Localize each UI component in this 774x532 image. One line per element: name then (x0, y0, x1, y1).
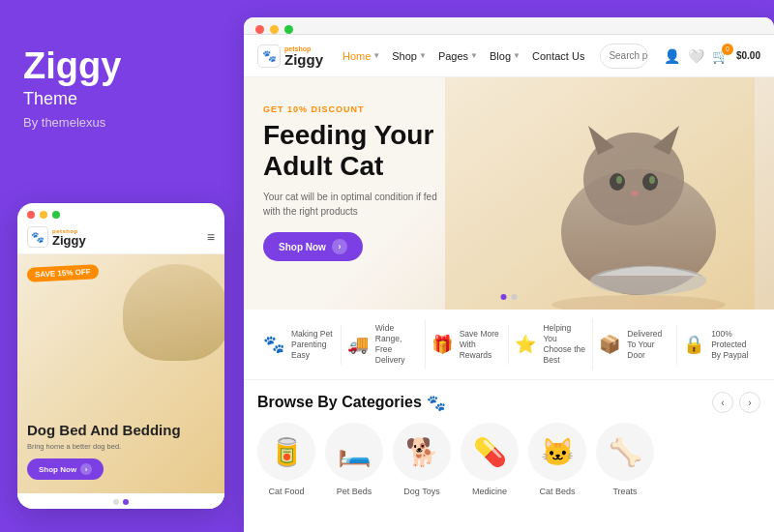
mobile-top-bar (17, 203, 224, 222)
mobile-dot-yellow (40, 211, 47, 219)
site-logo: 🐾 petshop Ziggy (257, 44, 323, 68)
mobile-dot-nav-2[interactable] (123, 499, 129, 505)
dog-image (123, 264, 224, 361)
search-input[interactable] (601, 50, 648, 61)
browser-dot-yellow (270, 25, 279, 34)
mobile-logo-icon: 🐾 (27, 226, 48, 248)
feature-text-4: Helping YouChoose the Best (543, 323, 586, 366)
category-circle-treats: 🦴 (596, 423, 654, 481)
feature-pet-parenting: 🐾 Making PetParenting Easy (257, 325, 342, 365)
box-icon: 📦 (599, 334, 620, 355)
category-label-treats: Treats (612, 487, 637, 496)
browse-section: Browse By Categories 🐾 ‹ › 🥫 Cat Food 🛏️… (244, 380, 774, 532)
browser-dot-green (284, 25, 293, 34)
browse-title: Browse By Categories 🐾 (257, 394, 446, 412)
user-icon[interactable]: 👤 (664, 48, 680, 64)
category-cat-food[interactable]: 🥫 Cat Food (257, 423, 315, 496)
site-navbar: 🐾 petshop Ziggy Home ▼ Shop ▼ Pages ▼ Bl… (244, 35, 774, 77)
hero-discount-tag: GET 10% DISCOUNT (263, 104, 755, 114)
categories-row: 🥫 Cat Food 🛏️ Pet Beds 🐕 Dog Toys 💊 Medi… (257, 423, 760, 496)
feature-text-3: Save MoreWith Rewards (460, 329, 503, 361)
hero-dot-1[interactable] (501, 294, 507, 300)
hero-desc: Your cat will be in optimal condition if… (263, 190, 457, 219)
browser-dot-red (255, 25, 264, 34)
category-label-dog-toys: Dog Toys (403, 487, 439, 496)
browse-nav: ‹ › (712, 392, 760, 413)
star-icon: ⭐ (515, 334, 536, 355)
category-circle-dog-toys: 🐕 (393, 423, 451, 481)
feature-text-6: 100% ProtectedBy Paypal (711, 329, 755, 361)
brand-title: Ziggy (23, 46, 121, 87)
category-label-medicine: Medicine (472, 487, 507, 496)
mobile-logo-area: 🐾 petshop Ziggy (27, 226, 86, 248)
nav-search[interactable]: 🔍 (600, 44, 648, 69)
browser-chrome (244, 17, 774, 35)
nav-shop[interactable]: Shop ▼ (392, 50, 427, 62)
hero-title: Feeding Your Adult Cat (263, 120, 495, 182)
mobile-hero-sub: Bring home a better dog bed. (27, 442, 215, 451)
category-pet-beds[interactable]: 🛏️ Pet Beds (325, 423, 383, 496)
browse-header: Browse By Categories 🐾 ‹ › (257, 392, 760, 413)
hero-content: GET 10% DISCOUNT Feeding Your Adult Cat … (244, 77, 774, 288)
feature-delivered: 📦 DeliveredTo Your Door (593, 325, 677, 365)
nav-links: Home ▼ Shop ▼ Pages ▼ Blog ▼ Contact Us (342, 50, 584, 62)
paw-decoration: 🐾 (427, 394, 446, 412)
mobile-dot-green (52, 211, 60, 219)
mobile-dot-red (27, 211, 35, 219)
hero-section: GET 10% DISCOUNT Feeding Your Adult Cat … (244, 77, 774, 310)
feature-paypal: 🔒 100% ProtectedBy Paypal (677, 325, 760, 365)
mobile-logo-name: Ziggy (52, 234, 86, 247)
nav-blog[interactable]: Blog ▼ (490, 50, 521, 62)
left-panel: Ziggy Theme By themelexus 🐾 petshop Zigg… (0, 0, 240, 532)
feature-text-2: Wide Range,Free Delivery (375, 323, 419, 366)
browse-next-button[interactable]: › (739, 392, 760, 413)
category-circle-cat-beds: 🐱 (528, 423, 586, 481)
category-cat-beds[interactable]: 🐱 Cat Beds (528, 423, 586, 496)
cart-badge: 0 (722, 44, 733, 55)
nav-home[interactable]: Home ▼ (342, 50, 380, 62)
nav-pages[interactable]: Pages ▼ (438, 50, 478, 62)
mobile-hero-title: Dog Bed And Bedding (27, 422, 215, 439)
brand-subtitle: Theme (23, 89, 121, 109)
lock-icon: 🔒 (683, 334, 704, 355)
site-logo-name: Ziggy (284, 52, 323, 67)
feature-best-choice: ⭐ Helping YouChoose the Best (509, 319, 593, 369)
feature-rewards: 🎁 Save MoreWith Rewards (426, 325, 510, 365)
mobile-header: 🐾 petshop Ziggy ≡ (17, 222, 224, 254)
mobile-hero: SAVE 15% OFF Dog Bed And Bedding Bring h… (17, 254, 224, 493)
nav-icons: 👤 🤍 🛒 0 $0.00 (664, 48, 760, 64)
category-label-cat-beds: Cat Beds (539, 487, 575, 496)
category-label-pet-beds: Pet Beds (337, 487, 372, 496)
site-logo-icon: 🐾 (257, 44, 281, 68)
category-medicine[interactable]: 💊 Medicine (461, 423, 519, 496)
hamburger-icon[interactable]: ≡ (207, 229, 215, 245)
cart-price: $0.00 (736, 50, 760, 61)
arrow-icon: › (80, 463, 92, 475)
mobile-shop-now-button[interactable]: Shop Now › (27, 458, 104, 480)
cart-icon[interactable]: 🛒 0 (712, 48, 729, 64)
arrow-icon: › (332, 239, 347, 254)
category-label-cat-food: Cat Food (268, 487, 304, 496)
paw-icon: 🐾 (263, 334, 284, 355)
nav-contact[interactable]: Contact Us (532, 50, 584, 62)
feature-bar: 🐾 Making PetParenting Easy 🚚 Wide Range,… (244, 310, 774, 380)
feature-free-delivery: 🚚 Wide Range,Free Delivery (342, 319, 426, 369)
hero-shop-now-button[interactable]: Shop Now › (263, 232, 363, 261)
mobile-mockup: 🐾 petshop Ziggy ≡ SAVE 15% OFF Dog Bed A… (17, 203, 224, 509)
category-circle-medicine: 💊 (461, 423, 519, 481)
browser-mockup: 🐾 petshop Ziggy Home ▼ Shop ▼ Pages ▼ Bl… (244, 17, 774, 532)
mobile-carousel-dots (17, 493, 224, 509)
brand-by: By themelexus (23, 115, 121, 130)
category-circle-pet-beds: 🛏️ (325, 423, 383, 481)
category-circle-cat-food: 🥫 (257, 423, 315, 481)
category-treats[interactable]: 🦴 Treats (596, 423, 654, 496)
browse-prev-button[interactable]: ‹ (712, 392, 733, 413)
feature-text-5: DeliveredTo Your Door (627, 329, 670, 361)
hero-dot-2[interactable] (512, 294, 518, 300)
gift-icon: 🎁 (432, 334, 453, 355)
mobile-dot-nav-1[interactable] (113, 499, 119, 505)
hero-carousel-dots (501, 294, 518, 300)
category-dog-toys[interactable]: 🐕 Dog Toys (393, 423, 451, 496)
feature-text-1: Making PetParenting Easy (291, 329, 335, 361)
wishlist-icon[interactable]: 🤍 (688, 48, 704, 64)
